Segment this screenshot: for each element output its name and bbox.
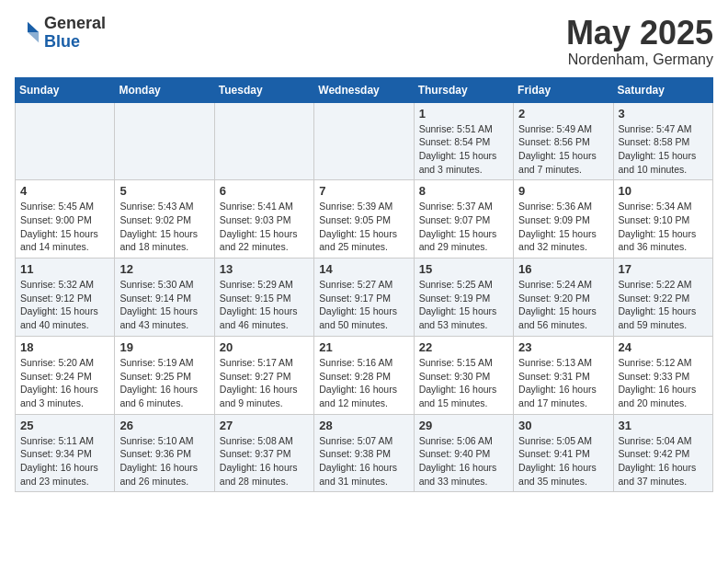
day-number: 1 <box>419 107 508 121</box>
calendar-week-5: 25Sunrise: 5:11 AM Sunset: 9:34 PM Dayli… <box>16 414 713 492</box>
calendar-cell: 5Sunrise: 5:43 AM Sunset: 9:02 PM Daylig… <box>115 180 214 259</box>
day-info: Sunrise: 5:36 AM Sunset: 9:09 PM Dayligh… <box>518 200 608 254</box>
day-number: 20 <box>220 340 309 354</box>
calendar-cell: 15Sunrise: 5:25 AM Sunset: 9:19 PM Dayli… <box>414 259 513 337</box>
day-header-thursday: Thursday <box>414 77 513 102</box>
day-number: 30 <box>518 419 608 432</box>
calendar-cell: 20Sunrise: 5:17 AM Sunset: 9:27 PM Dayli… <box>214 336 313 414</box>
day-header-sunday: Sunday <box>16 77 115 102</box>
calendar-cell: 6Sunrise: 5:41 AM Sunset: 9:03 PM Daylig… <box>214 180 313 259</box>
day-info: Sunrise: 5:08 AM Sunset: 9:37 PM Dayligh… <box>220 434 309 488</box>
day-info: Sunrise: 5:32 AM Sunset: 9:12 PM Dayligh… <box>20 278 109 332</box>
day-header-tuesday: Tuesday <box>214 77 313 102</box>
day-number: 17 <box>619 262 708 276</box>
calendar-cell <box>16 102 115 180</box>
day-number: 31 <box>619 419 708 432</box>
svg-marker-0 <box>28 22 39 32</box>
day-number: 12 <box>119 262 209 276</box>
day-number: 5 <box>119 184 209 198</box>
day-info: Sunrise: 5:37 AM Sunset: 9:07 PM Dayligh… <box>419 200 508 254</box>
title-block: May 2025 Nordenham, Germany <box>566 15 713 68</box>
day-info: Sunrise: 5:22 AM Sunset: 9:22 PM Dayligh… <box>619 278 708 332</box>
day-info: Sunrise: 5:10 AM Sunset: 9:36 PM Dayligh… <box>119 434 209 488</box>
page-header: General Blue May 2025 Nordenham, Germany <box>15 15 713 68</box>
calendar-table: SundayMondayTuesdayWednesdayThursdayFrid… <box>15 77 713 493</box>
day-info: Sunrise: 5:07 AM Sunset: 9:38 PM Dayligh… <box>319 434 408 488</box>
svg-marker-1 <box>28 32 39 42</box>
logo-blue-text: Blue <box>44 33 106 52</box>
day-info: Sunrise: 5:51 AM Sunset: 8:54 PM Dayligh… <box>419 122 508 177</box>
day-number: 26 <box>119 419 209 432</box>
day-info: Sunrise: 5:24 AM Sunset: 9:20 PM Dayligh… <box>518 278 608 332</box>
day-number: 28 <box>319 419 408 432</box>
day-info: Sunrise: 5:34 AM Sunset: 9:10 PM Dayligh… <box>619 200 708 254</box>
calendar-cell: 12Sunrise: 5:30 AM Sunset: 9:14 PM Dayli… <box>115 259 214 337</box>
calendar-cell: 26Sunrise: 5:10 AM Sunset: 9:36 PM Dayli… <box>115 414 214 492</box>
day-info: Sunrise: 5:12 AM Sunset: 9:33 PM Dayligh… <box>619 356 708 410</box>
day-info: Sunrise: 5:17 AM Sunset: 9:27 PM Dayligh… <box>220 356 309 410</box>
day-info: Sunrise: 5:27 AM Sunset: 9:17 PM Dayligh… <box>319 278 408 332</box>
day-number: 25 <box>20 419 109 432</box>
calendar-cell: 2Sunrise: 5:49 AM Sunset: 8:56 PM Daylig… <box>514 102 613 180</box>
calendar-cell: 24Sunrise: 5:12 AM Sunset: 9:33 PM Dayli… <box>613 336 712 414</box>
calendar-cell: 3Sunrise: 5:47 AM Sunset: 8:58 PM Daylig… <box>613 102 712 180</box>
calendar-cell: 13Sunrise: 5:29 AM Sunset: 9:15 PM Dayli… <box>214 259 313 337</box>
day-number: 9 <box>518 184 608 198</box>
day-header-wednesday: Wednesday <box>314 77 414 102</box>
days-header-row: SundayMondayTuesdayWednesdayThursdayFrid… <box>16 77 713 102</box>
day-number: 10 <box>619 184 708 198</box>
calendar-week-3: 11Sunrise: 5:32 AM Sunset: 9:12 PM Dayli… <box>16 259 713 337</box>
calendar-cell: 11Sunrise: 5:32 AM Sunset: 9:12 PM Dayli… <box>16 259 115 337</box>
calendar-cell: 27Sunrise: 5:08 AM Sunset: 9:37 PM Dayli… <box>214 414 313 492</box>
calendar-cell: 29Sunrise: 5:06 AM Sunset: 9:40 PM Dayli… <box>414 414 513 492</box>
day-number: 24 <box>619 340 708 354</box>
calendar-week-2: 4Sunrise: 5:45 AM Sunset: 9:00 PM Daylig… <box>16 180 713 259</box>
day-info: Sunrise: 5:41 AM Sunset: 9:03 PM Dayligh… <box>220 200 309 254</box>
day-number: 16 <box>518 262 608 276</box>
calendar-cell: 10Sunrise: 5:34 AM Sunset: 9:10 PM Dayli… <box>613 180 712 259</box>
day-number: 23 <box>518 340 608 354</box>
day-info: Sunrise: 5:25 AM Sunset: 9:19 PM Dayligh… <box>419 278 508 332</box>
day-info: Sunrise: 5:19 AM Sunset: 9:25 PM Dayligh… <box>119 356 209 410</box>
day-number: 15 <box>419 262 508 276</box>
day-number: 14 <box>319 262 408 276</box>
day-info: Sunrise: 5:05 AM Sunset: 9:41 PM Dayligh… <box>518 434 608 488</box>
day-header-monday: Monday <box>115 77 214 102</box>
calendar-cell: 4Sunrise: 5:45 AM Sunset: 9:00 PM Daylig… <box>16 180 115 259</box>
calendar-cell: 25Sunrise: 5:11 AM Sunset: 9:34 PM Dayli… <box>16 414 115 492</box>
day-info: Sunrise: 5:06 AM Sunset: 9:40 PM Dayligh… <box>419 434 508 488</box>
calendar-cell: 18Sunrise: 5:20 AM Sunset: 9:24 PM Dayli… <box>16 336 115 414</box>
calendar-cell: 30Sunrise: 5:05 AM Sunset: 9:41 PM Dayli… <box>514 414 613 492</box>
day-info: Sunrise: 5:15 AM Sunset: 9:30 PM Dayligh… <box>419 356 508 410</box>
calendar-cell: 21Sunrise: 5:16 AM Sunset: 9:28 PM Dayli… <box>314 336 414 414</box>
day-number: 19 <box>119 340 209 354</box>
calendar-cell <box>314 102 414 180</box>
calendar-cell: 31Sunrise: 5:04 AM Sunset: 9:42 PM Dayli… <box>613 414 712 492</box>
day-header-saturday: Saturday <box>613 77 712 102</box>
day-number: 13 <box>220 262 309 276</box>
day-info: Sunrise: 5:11 AM Sunset: 9:34 PM Dayligh… <box>20 434 109 488</box>
day-info: Sunrise: 5:16 AM Sunset: 9:28 PM Dayligh… <box>319 356 408 410</box>
calendar-cell: 9Sunrise: 5:36 AM Sunset: 9:09 PM Daylig… <box>514 180 613 259</box>
calendar-cell <box>115 102 214 180</box>
day-number: 2 <box>518 107 608 121</box>
day-number: 21 <box>319 340 408 354</box>
day-number: 4 <box>20 184 109 198</box>
day-info: Sunrise: 5:39 AM Sunset: 9:05 PM Dayligh… <box>319 200 408 254</box>
day-info: Sunrise: 5:20 AM Sunset: 9:24 PM Dayligh… <box>20 356 109 410</box>
calendar-cell: 14Sunrise: 5:27 AM Sunset: 9:17 PM Dayli… <box>314 259 414 337</box>
location: Nordenham, Germany <box>566 52 713 68</box>
logo-icon <box>15 20 40 46</box>
logo-general-text: General <box>44 15 106 33</box>
calendar-cell <box>214 102 313 180</box>
calendar-cell: 23Sunrise: 5:13 AM Sunset: 9:31 PM Dayli… <box>514 336 613 414</box>
calendar-cell: 8Sunrise: 5:37 AM Sunset: 9:07 PM Daylig… <box>414 180 513 259</box>
day-info: Sunrise: 5:29 AM Sunset: 9:15 PM Dayligh… <box>220 278 309 332</box>
day-number: 7 <box>319 184 408 198</box>
day-number: 22 <box>419 340 508 354</box>
logo: General Blue <box>15 15 106 52</box>
day-header-friday: Friday <box>514 77 613 102</box>
calendar-cell: 7Sunrise: 5:39 AM Sunset: 9:05 PM Daylig… <box>314 180 414 259</box>
calendar-cell: 16Sunrise: 5:24 AM Sunset: 9:20 PM Dayli… <box>514 259 613 337</box>
day-number: 3 <box>619 107 708 121</box>
